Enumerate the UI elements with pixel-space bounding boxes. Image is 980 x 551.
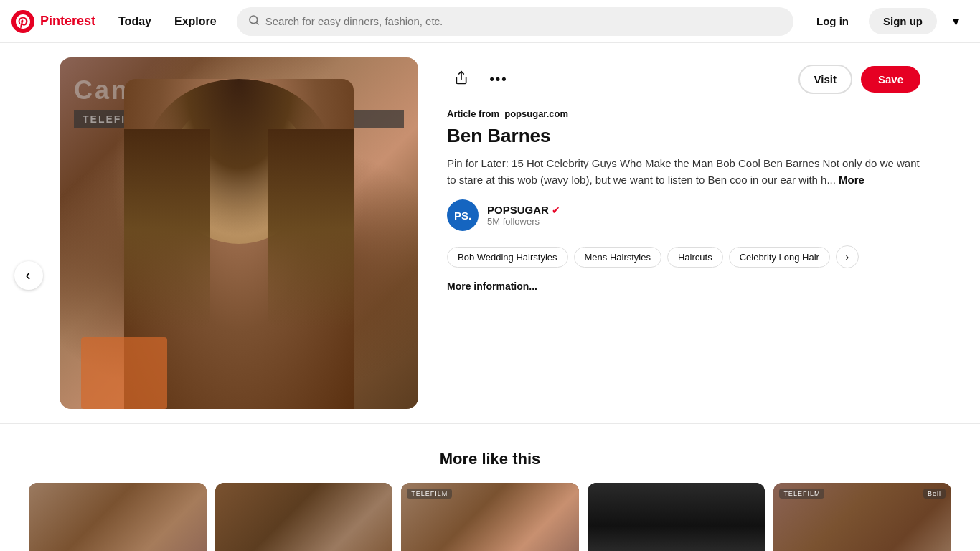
search-bar-inner — [237, 7, 793, 36]
visit-button[interactable]: Visit — [798, 65, 852, 94]
more-like-title: More like this — [0, 438, 980, 483]
pin-image-container: Canada TELEFILM — [60, 57, 418, 409]
more-like-item-1[interactable] — [29, 483, 207, 551]
logo-area: Pinterest — [11, 10, 95, 33]
header-right: Log in Sign up ▾ — [802, 8, 969, 34]
more-information-link[interactable]: More information... — [447, 281, 537, 292]
signup-button[interactable]: Sign up — [869, 8, 937, 34]
hair-right — [268, 129, 354, 330]
thumb-image-4 — [588, 483, 765, 551]
more-like-item-4[interactable] — [588, 483, 765, 551]
pinterest-logo-icon — [11, 10, 34, 33]
pin-actions-top: ••• Visit Save — [447, 65, 920, 94]
pin-details: ••• Visit Save Article from popsugar.com… — [447, 57, 920, 409]
more-options-button[interactable]: ••• — [484, 65, 513, 94]
tags-row: Bob Wedding Hairstyles Mens Hairstyles H… — [447, 245, 920, 268]
tag-mens-hairstyles[interactable]: Mens Hairstyles — [574, 247, 661, 268]
tag-celebrity-long-hair[interactable]: Celebrity Long Hair — [729, 247, 830, 268]
more-like-item-2[interactable] — [215, 483, 393, 551]
creator-avatar[interactable]: PS. — [447, 199, 479, 231]
more-link[interactable]: More — [839, 174, 864, 186]
search-input[interactable] — [265, 15, 782, 27]
save-button[interactable]: Save — [861, 66, 920, 93]
explore-nav-button[interactable]: Explore — [163, 9, 228, 34]
header: Pinterest Today Explore Log in Sign up ▾ — [0, 0, 980, 43]
verified-badge-icon: ✔ — [552, 204, 560, 216]
login-button[interactable]: Log in — [802, 8, 863, 34]
orange-accent — [81, 337, 167, 409]
more-like-grid: TELEFILM TELEFILM Bell — [0, 483, 980, 551]
back-button[interactable]: ‹ — [14, 261, 43, 290]
search-bar — [237, 7, 793, 36]
creator-followers: 5M followers — [487, 216, 560, 227]
creator-row: PS. POPSUGAR ✔ 5M followers — [447, 199, 920, 231]
article-source-url[interactable]: popsugar.com — [504, 108, 568, 119]
thumb-image-1 — [29, 483, 207, 551]
article-source-prefix: Article from — [447, 108, 499, 119]
more-like-item-5[interactable]: TELEFILM Bell — [773, 483, 951, 551]
creator-name[interactable]: POPSUGAR — [487, 204, 549, 216]
tag-bob-wedding[interactable]: Bob Wedding Hairstyles — [447, 247, 568, 268]
search-icon — [248, 14, 260, 29]
creator-name-row: POPSUGAR ✔ — [487, 204, 560, 216]
share-button[interactable] — [447, 65, 476, 94]
chevron-down-icon: ▾ — [953, 14, 959, 29]
pin-image-wrapper: Canada TELEFILM — [60, 57, 418, 409]
pin-image: Canada TELEFILM — [60, 57, 418, 409]
svg-point-0 — [11, 10, 34, 33]
creator-initials: PS. — [454, 209, 471, 222]
more-like-section: More like this TELEFILM TELEFILM Bell — [0, 423, 980, 551]
main-content: Canada TELEFILM — [60, 43, 920, 423]
creator-info: POPSUGAR ✔ 5M followers — [487, 204, 560, 227]
thumb-image-2 — [215, 483, 393, 551]
share-icon — [454, 70, 468, 88]
article-source: Article from popsugar.com — [447, 108, 920, 119]
tag-haircuts[interactable]: Haircuts — [667, 247, 723, 268]
thumb-image-5: TELEFILM Bell — [773, 483, 951, 551]
pin-title: Ben Barnes — [447, 125, 920, 147]
thumb-image-3: TELEFILM — [401, 483, 579, 551]
more-like-item-3[interactable]: TELEFILM — [401, 483, 579, 551]
today-nav-button[interactable]: Today — [107, 9, 163, 34]
pin-description: Pin for Later: 15 Hot Celebrity Guys Who… — [447, 156, 920, 188]
tags-chevron-button[interactable]: › — [836, 245, 859, 268]
hair-left — [124, 129, 210, 330]
chevron-right-icon: › — [846, 251, 849, 263]
ellipsis-icon: ••• — [490, 72, 508, 87]
pinterest-wordmark: Pinterest — [40, 14, 95, 29]
back-icon: ‹ — [25, 266, 30, 285]
chevron-down-button[interactable]: ▾ — [943, 9, 969, 34]
svg-line-2 — [256, 22, 258, 24]
